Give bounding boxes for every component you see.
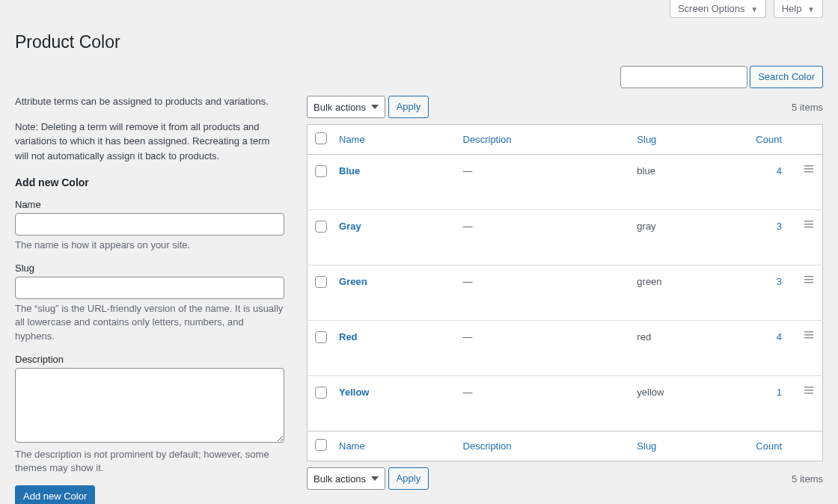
- row-checkbox[interactable]: [315, 165, 327, 177]
- bulk-actions-select-bottom[interactable]: Bulk actions: [307, 467, 385, 490]
- col-footer-handle: [797, 431, 823, 461]
- drag-handle-icon[interactable]: [804, 165, 813, 173]
- svg-rect-13: [804, 390, 813, 391]
- apply-button-bottom[interactable]: Apply: [388, 467, 429, 490]
- col-header-slug[interactable]: Slug: [629, 125, 744, 155]
- drag-handle-icon[interactable]: [804, 387, 813, 394]
- form-heading: Add new Color: [15, 176, 284, 188]
- table-row: Green—green3: [308, 265, 823, 321]
- table-row: Red—red4: [308, 321, 823, 376]
- select-all-bottom[interactable]: [315, 439, 327, 451]
- name-help: The name is how it appears on your site.: [15, 239, 284, 252]
- drag-handle-icon[interactable]: [804, 276, 813, 283]
- chevron-down-icon: ▼: [807, 5, 815, 13]
- screen-options-label: Screen Options: [678, 3, 745, 14]
- intro-paragraph-2: Note: Deleting a term will remove it fro…: [15, 120, 284, 164]
- items-count-top: 5 items: [792, 102, 823, 113]
- row-checkbox[interactable]: [315, 387, 327, 399]
- terms-table: Name Description Slug Count Blue—blue4Gr…: [307, 124, 823, 461]
- search-input[interactable]: [620, 66, 747, 88]
- apply-button-top[interactable]: Apply: [388, 96, 429, 118]
- table-row: Blue—blue4: [308, 155, 823, 210]
- screen-meta-tabs: Screen Options ▼ Help ▼: [15, 0, 823, 18]
- intro-paragraph-1: Attribute terms can be assigned to produ…: [15, 94, 284, 109]
- svg-rect-14: [804, 393, 813, 394]
- svg-rect-10: [804, 334, 813, 336]
- chevron-down-icon: ▼: [750, 5, 758, 13]
- slug-label: Slug: [15, 262, 284, 274]
- term-description: —: [463, 331, 473, 342]
- left-column: Attribute terms can be assigned to produ…: [15, 94, 284, 504]
- tablenav-top: Bulk actions Apply 5 items: [307, 94, 823, 120]
- svg-rect-9: [804, 331, 813, 333]
- description-help: The description is not prominent by defa…: [15, 448, 284, 475]
- term-slug: gray: [637, 221, 655, 232]
- search-row: Search Color: [15, 66, 823, 88]
- term-description: —: [463, 276, 473, 287]
- drag-handle-icon[interactable]: [804, 331, 813, 339]
- row-checkbox[interactable]: [315, 221, 327, 233]
- term-slug: blue: [637, 165, 655, 176]
- term-count-link[interactable]: 3: [777, 276, 782, 287]
- page-title: Product Color: [15, 25, 823, 55]
- svg-rect-0: [804, 165, 813, 167]
- svg-rect-7: [804, 279, 813, 280]
- tablenav-bottom: Bulk actions Apply 5 items: [307, 466, 823, 491]
- slug-input[interactable]: [15, 277, 284, 299]
- svg-rect-5: [804, 227, 813, 228]
- help-button[interactable]: Help ▼: [774, 0, 823, 18]
- term-name-link[interactable]: Red: [339, 331, 358, 342]
- col-footer-count[interactable]: Count: [744, 431, 797, 461]
- col-footer-name[interactable]: Name: [331, 431, 456, 461]
- term-name-link[interactable]: Green: [339, 276, 367, 287]
- svg-rect-6: [804, 276, 813, 277]
- term-count-link[interactable]: 4: [777, 165, 782, 176]
- help-label: Help: [782, 3, 802, 14]
- svg-rect-3: [804, 221, 813, 222]
- name-label: Name: [15, 199, 284, 210]
- bulk-actions-select-top[interactable]: Bulk actions: [307, 96, 385, 118]
- select-all-top[interactable]: [315, 132, 327, 144]
- term-description: —: [463, 221, 473, 232]
- term-slug: yellow: [637, 387, 664, 398]
- svg-rect-1: [804, 168, 813, 170]
- items-count-bottom: 5 items: [792, 473, 823, 485]
- term-name-link[interactable]: Yellow: [339, 387, 369, 398]
- term-count-link[interactable]: 3: [777, 221, 782, 232]
- search-button[interactable]: Search Color: [750, 66, 823, 88]
- name-input[interactable]: [15, 213, 284, 236]
- term-description: —: [463, 387, 473, 398]
- bulk-actions-bottom: Bulk actions Apply: [307, 467, 429, 490]
- col-footer-description[interactable]: Description: [456, 431, 630, 461]
- add-new-color-button[interactable]: Add new Color: [15, 485, 95, 504]
- col-header-count[interactable]: Count: [744, 125, 797, 155]
- description-label: Description: [15, 354, 284, 365]
- svg-rect-12: [804, 387, 813, 388]
- svg-rect-2: [804, 171, 813, 173]
- screen-options-button[interactable]: Screen Options ▼: [670, 0, 766, 18]
- table-row: Gray—gray3: [308, 210, 823, 265]
- slug-field-wrapper: Slug The “slug” is the URL-friendly vers…: [15, 262, 284, 343]
- table-row: Yellow—yellow1: [308, 376, 823, 431]
- svg-rect-4: [804, 224, 813, 225]
- term-name-link[interactable]: Blue: [339, 165, 360, 176]
- right-column: Bulk actions Apply 5 items Name Descript…: [307, 94, 823, 504]
- col-header-name[interactable]: Name: [331, 125, 456, 155]
- row-checkbox[interactable]: [315, 276, 327, 288]
- row-checkbox[interactable]: [315, 331, 327, 343]
- slug-help: The “slug” is the URL-friendly version o…: [15, 302, 284, 343]
- name-field-wrapper: Name The name is how it appears on your …: [15, 199, 284, 252]
- term-name-link[interactable]: Gray: [339, 221, 361, 232]
- svg-rect-11: [804, 337, 813, 339]
- col-header-handle: [797, 125, 823, 155]
- drag-handle-icon[interactable]: [804, 221, 813, 228]
- description-textarea[interactable]: [15, 368, 284, 443]
- term-slug: red: [637, 331, 651, 342]
- col-header-description[interactable]: Description: [456, 125, 630, 155]
- term-count-link[interactable]: 4: [777, 331, 782, 342]
- term-count-link[interactable]: 1: [777, 387, 782, 398]
- svg-rect-8: [804, 282, 813, 283]
- description-field-wrapper: Description The description is not promi…: [15, 354, 284, 475]
- bulk-actions-top: Bulk actions Apply: [307, 96, 429, 118]
- col-footer-slug[interactable]: Slug: [629, 431, 744, 461]
